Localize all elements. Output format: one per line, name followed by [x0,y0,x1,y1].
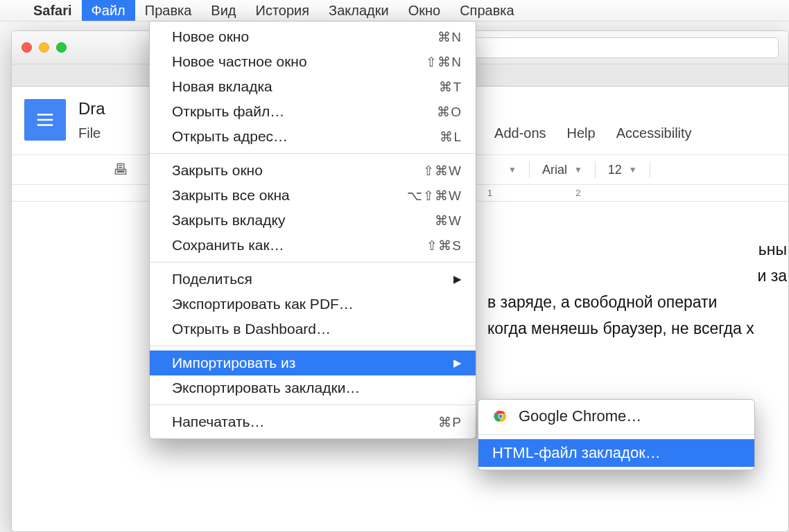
menu-label: Импортировать из [172,355,295,371]
docs-menu-help[interactable]: Help [567,125,596,141]
ruler-mark: 1 [487,188,492,198]
menu-label: Экспортировать как PDF… [172,296,354,312]
menubar-item-view[interactable]: Вид [201,0,245,21]
menu-separator [478,434,754,435]
font-dropdown[interactable]: Arial ▼ [542,163,582,177]
styles-dropdown-caret-icon[interactable]: ▼ [508,165,517,175]
menu-label: Открыть файл… [172,103,284,120]
menu-new-tab[interactable]: Новая вкладка ⌘T [150,74,476,99]
window-zoom-icon[interactable] [56,42,67,53]
docs-menu-addons[interactable]: Add-ons [494,125,546,141]
menu-separator [150,153,476,154]
menu-share[interactable]: Поделиться ▶ [150,267,476,292]
menu-open-location[interactable]: Открыть адрес… ⌘L [150,124,476,149]
chevron-down-icon: ▼ [574,165,582,175]
doc-line: в заряде, а свободной операти [487,289,789,315]
menu-new-window[interactable]: Новое окно ⌘N [150,24,476,49]
menubar-item-window[interactable]: Окно [399,0,450,21]
font-size: 12 [608,163,622,177]
menubar-item-help[interactable]: Справка [450,0,523,21]
window-minimize-icon[interactable] [39,42,49,53]
menu-open-dashboard[interactable]: Открыть в Dashboard… [150,317,476,342]
window-close-icon[interactable] [21,42,32,53]
google-docs-logo-icon[interactable] [24,99,66,141]
window-controls [21,42,67,53]
menu-label: Открыть в Dashboard… [172,321,331,337]
menu-label: Открыть адрес… [172,128,288,145]
doc-line: и за [487,263,789,289]
menu-shortcut: ⌘N [437,29,462,45]
menu-shortcut: ⇧⌘N [426,54,462,70]
submenu-label: Google Chrome… [519,407,641,425]
submenu-label: HTML-файл закладок… [492,444,661,462]
menubar-item-file[interactable]: Файл [82,0,135,21]
chevron-down-icon: ▼ [629,165,637,175]
menu-shortcut: ⇧⌘S [426,238,462,254]
submenu-html-bookmarks[interactable]: HTML-файл закладок… [478,439,754,467]
menu-open-file[interactable]: Открыть файл… ⌘O [150,99,476,124]
submenu-google-chrome[interactable]: Google Chrome… [478,402,754,430]
menu-label: Сохранить как… [172,237,284,254]
menu-shortcut: ⌘L [440,129,462,145]
menu-save-as[interactable]: Сохранить как… ⇧⌘S [150,233,476,258]
menubar-app-name[interactable]: Safari [24,0,82,21]
file-menu-dropdown: Новое окно ⌘N Новое частное окно ⇧⌘N Нов… [149,21,476,439]
menubar-item-bookmarks[interactable]: Закладки [319,0,399,21]
menu-close-window[interactable]: Закрыть окно ⇧⌘W [150,158,476,183]
import-from-submenu: Google Chrome… HTML-файл закладок… [478,399,755,470]
menu-close-all-windows[interactable]: Закрыть все окна ⌥⇧⌘W [150,183,476,208]
menu-label: Закрыть все окна [172,187,290,204]
submenu-arrow-icon: ▶ [453,273,462,285]
menu-label: Закрыть вкладку [172,212,285,229]
menu-close-tab[interactable]: Закрыть вкладку ⌘W [150,208,476,233]
menu-shortcut: ⌥⇧⌘W [407,188,462,204]
menu-separator [150,405,476,405]
menu-label: Новое окно [172,28,249,45]
menu-separator [150,346,476,346]
menu-new-private-window[interactable]: Новое частное окно ⇧⌘N [150,49,476,74]
macos-menubar: Safari Файл Правка Вид История Закладки … [0,0,789,21]
menu-shortcut: ⇧⌘W [423,163,462,179]
menu-shortcut: ⌘O [437,104,462,120]
menu-import-from[interactable]: Импортировать из ▶ [150,351,476,375]
menu-label: Новое частное окно [172,53,307,70]
submenu-arrow-icon: ▶ [453,357,462,369]
menubar-item-edit[interactable]: Правка [135,0,202,21]
doc-line: ьны [487,236,789,263]
chrome-icon [492,408,509,425]
svg-rect-2 [37,124,53,126]
menu-label: Новая вкладка [172,78,272,95]
doc-line: когда меняешь браузер, не всегда х [487,315,789,342]
ruler-mark: 2 [575,188,580,198]
menu-export-bookmarks[interactable]: Экспортировать закладки… [150,375,476,400]
menubar-item-history[interactable]: История [246,0,320,21]
menu-shortcut: ⌘T [439,79,462,95]
toolbar-separator [650,161,650,178]
menu-print[interactable]: Напечатать… ⌘P [150,409,476,434]
menu-shortcut: ⌘W [435,213,462,229]
font-size-dropdown[interactable]: 12 ▼ [608,163,637,177]
font-name: Arial [542,163,567,177]
print-icon[interactable]: 🖶 [113,161,128,179]
menu-label: Экспортировать закладки… [172,380,360,396]
toolbar-separator [529,161,530,178]
svg-rect-1 [37,119,53,121]
menu-separator [150,262,476,263]
menu-shortcut: ⌘P [438,414,462,430]
menu-label: Закрыть окно [172,162,263,179]
svg-rect-0 [37,114,53,116]
menu-export-pdf[interactable]: Экспортировать как PDF… [150,292,476,317]
menu-label: Напечатать… [172,414,265,430]
menu-label: Поделиться [172,271,252,287]
url-field[interactable] [434,37,779,58]
docs-menu-file[interactable]: File [78,125,101,141]
docs-menu-accessibility[interactable]: Accessibility [616,125,692,141]
toolbar-separator [595,161,596,178]
